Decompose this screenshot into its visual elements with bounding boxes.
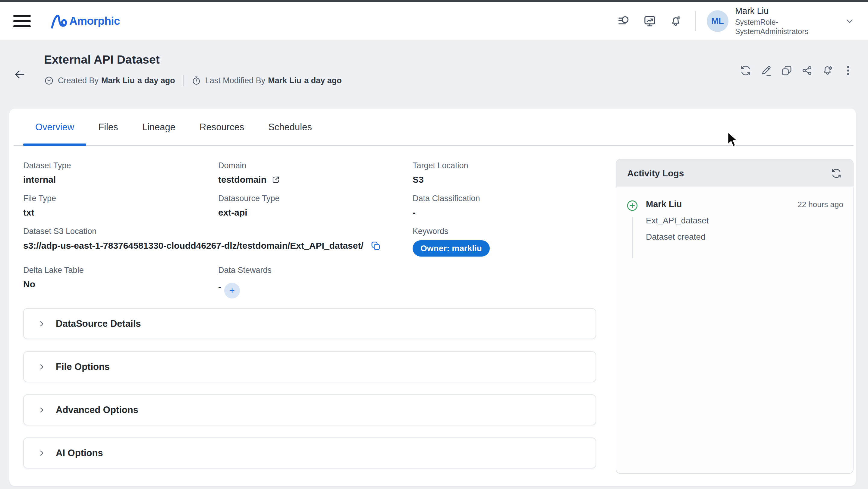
back-arrow-icon[interactable] (13, 68, 26, 81)
chevron-right-icon (38, 320, 45, 328)
timeline-line (632, 217, 632, 258)
log-time: 22 hours ago (798, 200, 843, 209)
notification-settings-icon[interactable] (822, 64, 834, 77)
field-domain: Domain testdomain (218, 161, 412, 185)
field-keywords: Keywords Owner: markliu (412, 227, 606, 256)
clock-icon (44, 76, 54, 86)
log-target: Ext_API_dataset (646, 216, 843, 225)
activity-logs-body: Mark Liu 22 hours ago Ext_API_dataset Da… (616, 187, 853, 473)
monitoring-dashboard-icon[interactable] (643, 14, 657, 28)
user-info[interactable]: Mark Liu SystemRole- SystemAdministrator… (735, 6, 808, 36)
avatar[interactable]: ML (707, 10, 728, 32)
brand-name: Amorphic (69, 15, 120, 27)
dataset-detail-card: Overview Files Lineage Resources Schedul… (9, 109, 856, 486)
user-name: Mark Liu (735, 6, 808, 16)
page-meta: Created By Mark Liu a day ago Last Modif… (44, 75, 342, 86)
overview-panel: Dataset Type internal Domain testdomain … (23, 161, 606, 481)
header-actions (732, 63, 855, 79)
chevron-right-icon (38, 363, 45, 371)
field-datasource-type: Datasource Type ext-api (218, 194, 412, 218)
section-ai-options[interactable]: AI Options (23, 437, 596, 468)
share-icon[interactable] (801, 64, 814, 77)
kebab-menu-icon[interactable] (842, 64, 855, 77)
top-nav: Amorphic ML Mark Liu SystemRole- Sys (0, 2, 868, 40)
amorphic-logo-icon (51, 13, 69, 29)
stopwatch-icon (191, 76, 201, 86)
reload-icon[interactable] (740, 64, 752, 77)
created-plus-icon (626, 199, 639, 212)
chevron-right-icon (38, 449, 45, 457)
tab-bar: Overview Files Lineage Resources Schedul… (9, 109, 856, 146)
activity-logs-panel: Activity Logs Mark Liu (616, 159, 854, 474)
clone-icon[interactable] (781, 64, 793, 77)
page-header: External API Dataset Created By Mark Liu… (0, 40, 868, 109)
tab-overview[interactable]: Overview (23, 109, 86, 146)
modified-by-name: Mark Liu (268, 76, 301, 85)
refresh-icon[interactable] (831, 167, 842, 179)
log-user: Mark Liu (646, 199, 682, 209)
field-s3-location: Dataset S3 Location s3://adp-us-east-1-7… (23, 227, 412, 256)
log-action: Dataset created (646, 232, 843, 242)
overview-fields: Dataset Type internal Domain testdomain … (23, 161, 606, 295)
domain-value: testdomain (218, 175, 267, 185)
brand-logo[interactable]: Amorphic (51, 13, 120, 29)
hamburger-menu-icon[interactable] (13, 15, 31, 27)
created-by-label: Created By (58, 76, 98, 85)
copy-icon[interactable] (370, 240, 381, 251)
edit-pencil-icon[interactable] (760, 64, 773, 77)
notifications-bell-icon[interactable] (669, 14, 683, 28)
field-target-location: Target Location S3 (412, 161, 606, 185)
section-file-options[interactable]: File Options (23, 351, 596, 382)
global-search-icon[interactable] (617, 14, 631, 28)
external-link-icon[interactable] (271, 175, 280, 184)
chevron-down-icon[interactable] (844, 16, 855, 26)
field-data-classification: Data Classification - (412, 194, 606, 218)
field-data-stewards: Data Stewards - + (218, 266, 412, 295)
tab-resources[interactable]: Resources (187, 109, 256, 146)
field-dataset-type: Dataset Type internal (23, 161, 218, 185)
keyword-badge[interactable]: Owner: markliu (412, 240, 490, 256)
modified-by-label: Last Modified By (205, 76, 266, 85)
field-delta-lake-table: Delta Lake Table No (23, 266, 218, 295)
tab-files[interactable]: Files (86, 109, 130, 146)
user-role-line1: SystemRole- (735, 18, 808, 27)
tab-schedules[interactable]: Schedules (256, 109, 324, 146)
user-role-line2: SystemAdministrators (735, 27, 808, 36)
tab-lineage[interactable]: Lineage (130, 109, 187, 146)
created-by-time: a day ago (137, 76, 175, 85)
modified-by-time: a day ago (304, 76, 342, 85)
activity-logs-header: Activity Logs (616, 159, 853, 187)
chevron-right-icon (38, 406, 45, 414)
activity-logs-title: Activity Logs (627, 168, 684, 179)
section-advanced-options[interactable]: Advanced Options (23, 394, 596, 425)
nav-divider (695, 11, 696, 31)
activity-log-entry: Mark Liu 22 hours ago Ext_API_dataset Da… (626, 199, 843, 242)
field-file-type: File Type txt (23, 194, 218, 218)
add-data-steward-button[interactable]: + (224, 283, 240, 299)
accordion-list: DataSource Details File Options Advanced… (23, 308, 606, 468)
s3-location-value: s3://adp-us-east-1-783764581330-cloudd46… (23, 241, 364, 251)
meta-divider (183, 75, 184, 86)
page-title: External API Dataset (44, 53, 342, 66)
section-datasource-details[interactable]: DataSource Details (23, 308, 596, 339)
created-by-name: Mark Liu (101, 76, 135, 85)
data-stewards-value: - (218, 282, 221, 292)
